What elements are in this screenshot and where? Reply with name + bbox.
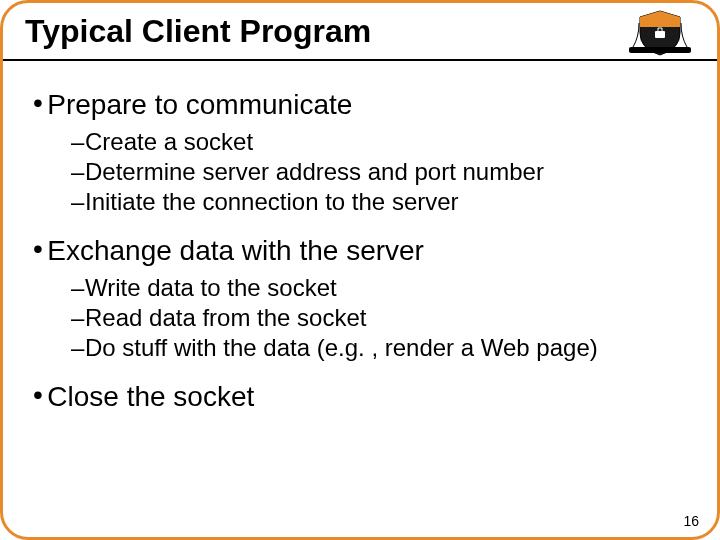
bullet-marker-icon: • — [33, 87, 43, 118]
bullet-item: • Prepare to communicate — [33, 89, 687, 121]
bullet-marker-icon: • — [33, 379, 43, 410]
bullet-item: • Close the socket — [33, 381, 687, 413]
bullet-text: Prepare to communicate — [47, 89, 352, 120]
sub-bullet-item: –Read data from the socket — [71, 303, 687, 333]
sub-list: –Create a socket –Determine server addre… — [71, 127, 687, 217]
sub-bullet-item: –Determine server address and port numbe… — [71, 157, 687, 187]
sub-bullet-text: Write data to the socket — [85, 274, 337, 301]
bullet-text: Exchange data with the server — [47, 235, 424, 266]
sub-marker-icon: – — [71, 333, 85, 363]
sub-marker-icon: – — [71, 127, 85, 157]
sub-bullet-item: –Initiate the connection to the server — [71, 187, 687, 217]
princeton-crest-icon — [625, 9, 695, 57]
bullet-marker-icon: • — [33, 233, 43, 264]
sub-bullet-text: Do stuff with the data (e.g. , render a … — [85, 334, 598, 361]
svg-rect-0 — [655, 31, 665, 38]
slide-title: Typical Client Program — [25, 13, 371, 49]
sub-bullet-item: –Do stuff with the data (e.g. , render a… — [71, 333, 687, 363]
sub-marker-icon: – — [71, 303, 85, 333]
sub-marker-icon: – — [71, 273, 85, 303]
page-number: 16 — [683, 513, 699, 529]
sub-bullet-text: Read data from the socket — [85, 304, 366, 331]
sub-list: –Write data to the socket –Read data fro… — [71, 273, 687, 363]
sub-bullet-text: Initiate the connection to the server — [85, 188, 459, 215]
sub-marker-icon: – — [71, 187, 85, 217]
sub-bullet-item: –Create a socket — [71, 127, 687, 157]
sub-bullet-text: Create a socket — [85, 128, 253, 155]
sub-bullet-text: Determine server address and port number — [85, 158, 544, 185]
title-band: Typical Client Program — [3, 3, 717, 61]
bullet-text: Close the socket — [47, 381, 254, 412]
slide-content: • Prepare to communicate –Create a socke… — [3, 61, 717, 413]
sub-marker-icon: – — [71, 157, 85, 187]
bullet-item: • Exchange data with the server — [33, 235, 687, 267]
slide-frame: Typical Client Program • Prepare to comm… — [0, 0, 720, 540]
sub-bullet-item: –Write data to the socket — [71, 273, 687, 303]
svg-rect-1 — [629, 47, 691, 53]
